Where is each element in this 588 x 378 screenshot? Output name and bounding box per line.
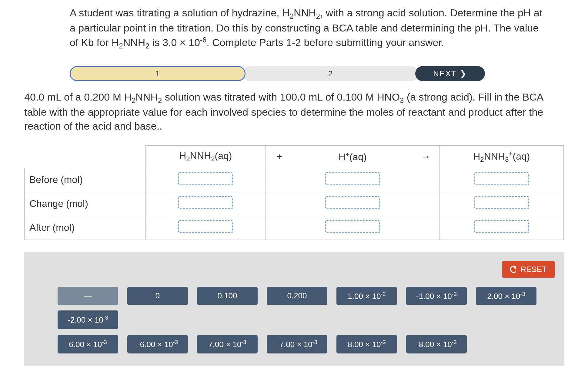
sub-question-text: 40.0 mL of a 0.200 M H2NNH2 solution was…: [24, 90, 564, 133]
tiles-row-2: 6.00 × 10-3-6.00 × 10-37.00 × 10-3-7.00 …: [33, 335, 555, 353]
answer-tile-area: RESET —00.1000.2001.00 × 10-2-1.00 × 10-…: [24, 252, 564, 366]
arrow-symbol: →: [412, 145, 439, 168]
chevron-right-icon: ❯: [460, 69, 467, 78]
dropzone-change-col3[interactable]: [474, 196, 529, 209]
answer-tile[interactable]: 2.00 × 10-3: [476, 287, 536, 305]
dropzone-after-col2[interactable]: [325, 220, 380, 233]
row-label-before: Before (mol): [25, 168, 146, 192]
answer-tile[interactable]: 1.00 × 10-2: [336, 287, 397, 305]
tab-part-1[interactable]: 1: [70, 66, 246, 81]
answer-tile[interactable]: —: [58, 287, 118, 305]
answer-tile[interactable]: 7.00 × 10-3: [197, 335, 258, 353]
answer-tile[interactable]: -2.00 × 10-3: [58, 310, 118, 329]
row-label-change: Change (mol): [25, 192, 146, 216]
plus-symbol: +: [266, 145, 293, 168]
answer-tile[interactable]: 0: [127, 287, 188, 305]
col-header-conjugate: H2NNH3+(aq): [439, 145, 563, 168]
dropzone-before-col3[interactable]: [474, 172, 529, 185]
reset-button[interactable]: RESET: [502, 261, 555, 278]
answer-tile[interactable]: -1.00 × 10-2: [406, 287, 467, 305]
col-header-hydrazine: H2NNH2(aq): [146, 145, 266, 168]
answer-tile[interactable]: 0.100: [197, 287, 258, 305]
dropzone-change-col2[interactable]: [325, 196, 380, 209]
nav-row: 1 2 NEXT ❯: [24, 66, 564, 81]
row-label-after: After (mol): [25, 216, 146, 240]
tab-part-2[interactable]: 2: [242, 66, 418, 81]
bca-table: H2NNH2(aq) + H+(aq) → H2NNH3+(aq) Before…: [24, 145, 564, 240]
question-text: A student was titrating a solution of hy…: [70, 6, 543, 51]
reset-label: RESET: [520, 265, 547, 274]
undo-icon: [510, 266, 517, 273]
dropzone-before-col1[interactable]: [178, 172, 233, 185]
tiles-row-1: —00.1000.2001.00 × 10-2-1.00 × 10-22.00 …: [33, 287, 555, 329]
next-label: NEXT: [433, 69, 456, 78]
answer-tile[interactable]: 6.00 × 10-3: [58, 335, 118, 353]
dropzone-after-col3[interactable]: [474, 220, 529, 233]
next-button[interactable]: NEXT ❯: [415, 66, 485, 81]
answer-tile[interactable]: 8.00 × 10-3: [336, 335, 397, 353]
col-header-hplus: H+(aq): [293, 145, 412, 168]
answer-tile[interactable]: -6.00 × 10-3: [127, 335, 188, 353]
answer-tile[interactable]: -7.00 × 10-3: [267, 335, 327, 353]
dropzone-change-col1[interactable]: [178, 196, 233, 209]
dropzone-before-col2[interactable]: [325, 172, 380, 185]
answer-tile[interactable]: 0.200: [267, 287, 327, 305]
dropzone-after-col1[interactable]: [178, 220, 233, 233]
answer-tile[interactable]: -8.00 × 10-3: [406, 335, 467, 353]
